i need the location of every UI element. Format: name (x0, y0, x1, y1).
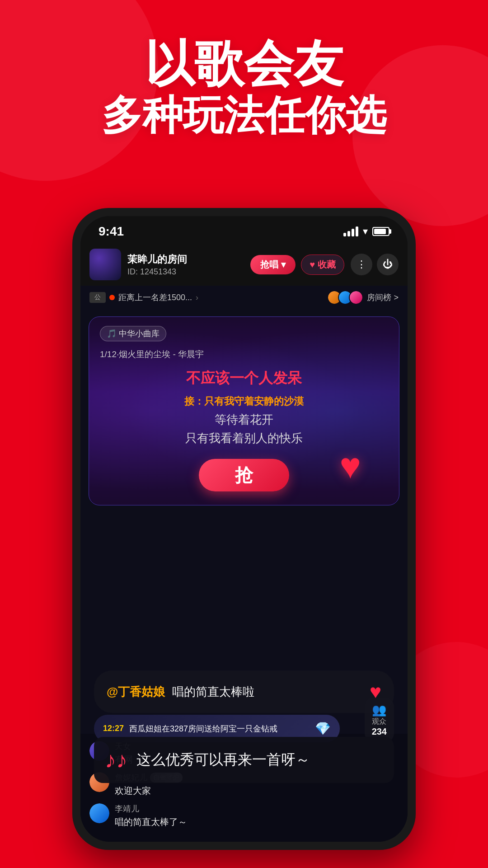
grab-section: 抢 ♥ (100, 459, 388, 491)
music-note-icon: ♪♪ (105, 747, 127, 773)
audience-label: 观众 (372, 717, 387, 726)
room-name: 茉眸儿的房间 (127, 253, 244, 266)
room-avatar (89, 249, 121, 280)
qiangchang-button[interactable]: 抢唱 ▾ (250, 255, 296, 274)
notice-left: 公 距离上一名差1500... › (89, 292, 323, 303)
heart-icon: ♥ (310, 259, 315, 270)
qiangchang-label: 抢唱 (260, 259, 278, 271)
rank-avatar-3 (349, 290, 363, 305)
rank-label[interactable]: 房间榜 > (367, 292, 399, 303)
hero-title-line1: 以歌会友 (0, 36, 488, 91)
chat-message-2: 唱的简直太棒了～ (115, 816, 399, 828)
grab-button[interactable]: 抢 (199, 459, 289, 491)
hero-section: 以歌会友 多种玩法任你选 (0, 36, 488, 140)
audience-number: 234 (372, 726, 387, 737)
battery-fill (374, 229, 386, 234)
lyrics-next2: 等待着花开 (100, 412, 388, 428)
notice-right: 房间榜 > (327, 290, 399, 305)
comment-bubble: @丁香姑娘 唱的简直太棒啦 ♥ (94, 670, 394, 713)
chat-username-2: 李靖儿 (115, 803, 399, 814)
room-info: 茉眸儿的房间 ID: 12451343 (127, 253, 244, 277)
lyrics-next-label: 接：只有我守着安静的沙漠 (100, 395, 388, 408)
shoucang-button[interactable]: ♥ 收藏 (301, 255, 344, 275)
lyrics-next3: 只有我看着别人的快乐 (100, 430, 388, 446)
battery-icon (372, 227, 389, 236)
lyrics-next-prefix: 接： (184, 396, 204, 407)
song-card-header: 🎵 中华小曲库 (100, 326, 388, 341)
notice-arrow-icon: › (196, 293, 198, 302)
heart-float-decoration: ♥ (340, 445, 361, 487)
notice-dot (109, 295, 115, 300)
signal-icon (343, 226, 358, 236)
chat-item-2: 李靖儿 唱的简直太棒了～ (89, 803, 399, 828)
status-bar: 9:41 ▾ (80, 216, 408, 243)
gift-text: 西瓜妞姐在3287房间送给阿宝一只金钻戒 (129, 723, 310, 734)
more-button[interactable]: ⋮ (351, 254, 372, 275)
room-id: ID: 12451343 (127, 267, 244, 277)
comment-text: 唱的简直太棒啦 (172, 684, 254, 700)
music-popup-text: 这么优秀可以再来一首呀～ (136, 750, 310, 770)
phone-mockup: 9:41 ▾ 茉眸儿的房间 ID: 1245134 (72, 208, 416, 850)
song-meta: 1/12·烟火里的尘埃 - 华晨宇 (100, 349, 388, 360)
audience-icon: 👥 (372, 703, 387, 717)
notice-bar: 公 距离上一名差1500... › 房间榜 > (80, 286, 408, 309)
room-ctrl-buttons: ⋮ ⏻ (351, 254, 399, 275)
chevron-down-icon: ▾ (281, 259, 286, 270)
wifi-icon: ▾ (363, 226, 368, 237)
phone-screen: 9:41 ▾ 茉眸儿的房间 ID: 1245134 (80, 216, 408, 842)
power-button[interactable]: ⏻ (377, 254, 399, 275)
gift-time: 12:27 (103, 724, 124, 733)
audience-count: 👥 观众 234 (365, 698, 394, 742)
chat-avatar-2 (89, 803, 109, 823)
shoucang-label: 收藏 (318, 259, 336, 271)
notice-text: 距离上一名差1500... (118, 292, 192, 303)
status-icons: ▾ (343, 226, 389, 237)
music-popup: ♪♪ 这么优秀可以再来一首呀～ (94, 737, 394, 783)
gift-icon: 💎 (315, 721, 331, 736)
announcement-icon: 公 (89, 292, 106, 303)
status-time: 9:41 (99, 224, 124, 239)
song-lib-badge: 🎵 中华小曲库 (100, 326, 166, 341)
comment-mention: @丁香姑娘 (107, 684, 165, 700)
room-action-buttons: 抢唱 ▾ ♥ 收藏 (250, 255, 344, 275)
song-card: 🎵 中华小曲库 1/12·烟火里的尘埃 - 华晨宇 不应该一个人发呆 接：只有我… (89, 316, 399, 505)
room-avatar-img (89, 249, 121, 280)
lyrics-next-text: 只有我守着安静的沙漠 (204, 396, 304, 407)
room-header: 茉眸儿的房间 ID: 12451343 抢唱 ▾ ♥ 收藏 ⋮ ⏻ (80, 243, 408, 286)
hero-title-line2: 多种玩法任你选 (0, 91, 488, 140)
rank-avatars (327, 290, 363, 305)
lyrics-main: 不应该一个人发呆 (100, 368, 388, 388)
chat-content-2: 李靖儿 唱的简直太棒了～ (115, 803, 399, 828)
heart-big-icon: ♥ (340, 446, 361, 486)
chat-message-1: 欢迎大家 (115, 785, 399, 797)
